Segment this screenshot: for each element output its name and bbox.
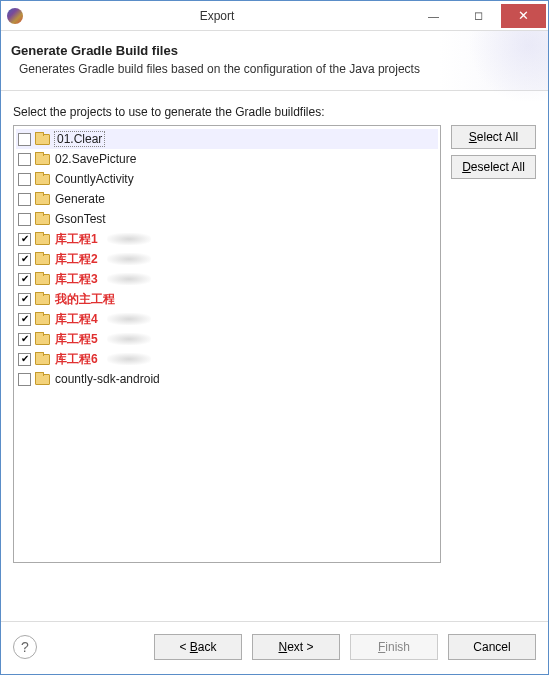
project-checkbox[interactable] — [18, 213, 31, 226]
project-row[interactable]: GsonTest — [16, 209, 438, 229]
folder-icon — [35, 313, 50, 325]
project-name: 库工程5 — [54, 331, 99, 348]
help-button[interactable]: ? — [13, 635, 37, 659]
project-row[interactable]: 02.SavePicture — [16, 149, 438, 169]
folder-icon — [35, 173, 50, 185]
page-title: Generate Gradle Build files — [11, 43, 532, 58]
project-row[interactable]: 库工程2 — [16, 249, 438, 269]
project-checkbox[interactable] — [18, 153, 31, 166]
redaction-smudge — [107, 313, 151, 325]
project-checkbox[interactable] — [18, 273, 31, 286]
cancel-button[interactable]: Cancel — [448, 634, 536, 660]
project-checkbox[interactable] — [18, 333, 31, 346]
folder-icon — [35, 253, 50, 265]
folder-icon — [35, 133, 50, 145]
project-name: GsonTest — [54, 212, 107, 226]
folder-icon — [35, 233, 50, 245]
redaction-smudge — [107, 253, 151, 265]
project-checkbox[interactable] — [18, 173, 31, 186]
titlebar: Export — ◻ ✕ — [1, 1, 548, 31]
page-subtitle: Generates Gradle build files based on th… — [19, 62, 532, 76]
project-row[interactable]: 库工程1 — [16, 229, 438, 249]
minimize-button[interactable]: — — [411, 4, 456, 28]
project-name: 我的主工程 — [54, 291, 116, 308]
project-row[interactable]: countly-sdk-android — [16, 369, 438, 389]
redaction-smudge — [107, 333, 151, 345]
maximize-button[interactable]: ◻ — [456, 4, 501, 28]
project-checkbox[interactable] — [18, 133, 31, 146]
button-bar: ? < Back Next > Finish Cancel — [1, 621, 548, 674]
folder-icon — [35, 273, 50, 285]
project-row[interactable]: 库工程5 — [16, 329, 438, 349]
side-button-column: Select All Deselect All — [451, 125, 536, 179]
project-list[interactable]: 01.Clear02.SavePictureCountlyActivityGen… — [13, 125, 441, 563]
window-title: Export — [23, 9, 411, 23]
project-name: 库工程3 — [54, 271, 99, 288]
project-checkbox[interactable] — [18, 373, 31, 386]
folder-icon — [35, 373, 50, 385]
project-name: 01.Clear — [54, 131, 105, 147]
wizard-header: Generate Gradle Build files Generates Gr… — [1, 31, 548, 91]
project-row[interactable]: 库工程4 — [16, 309, 438, 329]
project-checkbox[interactable] — [18, 193, 31, 206]
next-button[interactable]: Next > — [252, 634, 340, 660]
redaction-smudge — [107, 233, 151, 245]
project-name: 库工程6 — [54, 351, 99, 368]
project-row[interactable]: 我的主工程 — [16, 289, 438, 309]
project-row[interactable]: CountlyActivity — [16, 169, 438, 189]
folder-icon — [35, 293, 50, 305]
deselect-all-button[interactable]: Deselect All — [451, 155, 536, 179]
instruction-label: Select the projects to use to generate t… — [13, 105, 536, 119]
middle-row: 01.Clear02.SavePictureCountlyActivityGen… — [13, 125, 536, 613]
project-name: 库工程4 — [54, 311, 99, 328]
project-row[interactable]: Generate — [16, 189, 438, 209]
finish-button: Finish — [350, 634, 438, 660]
project-checkbox[interactable] — [18, 253, 31, 266]
project-row[interactable]: 库工程3 — [16, 269, 438, 289]
back-button[interactable]: < Back — [154, 634, 242, 660]
project-checkbox[interactable] — [18, 313, 31, 326]
project-name: 库工程2 — [54, 251, 99, 268]
project-checkbox[interactable] — [18, 233, 31, 246]
folder-icon — [35, 333, 50, 345]
project-name: CountlyActivity — [54, 172, 135, 186]
project-checkbox[interactable] — [18, 293, 31, 306]
folder-icon — [35, 213, 50, 225]
project-row[interactable]: 01.Clear — [16, 129, 438, 149]
select-all-button[interactable]: Select All — [451, 125, 536, 149]
project-name: 库工程1 — [54, 231, 99, 248]
project-name: Generate — [54, 192, 106, 206]
folder-icon — [35, 153, 50, 165]
folder-icon — [35, 193, 50, 205]
folder-icon — [35, 353, 50, 365]
content-area: Select the projects to use to generate t… — [1, 91, 548, 621]
close-button[interactable]: ✕ — [501, 4, 546, 28]
redaction-smudge — [107, 353, 151, 365]
redaction-smudge — [107, 273, 151, 285]
project-name: countly-sdk-android — [54, 372, 161, 386]
project-row[interactable]: 库工程6 — [16, 349, 438, 369]
eclipse-icon — [7, 8, 23, 24]
project-checkbox[interactable] — [18, 353, 31, 366]
project-name: 02.SavePicture — [54, 152, 137, 166]
